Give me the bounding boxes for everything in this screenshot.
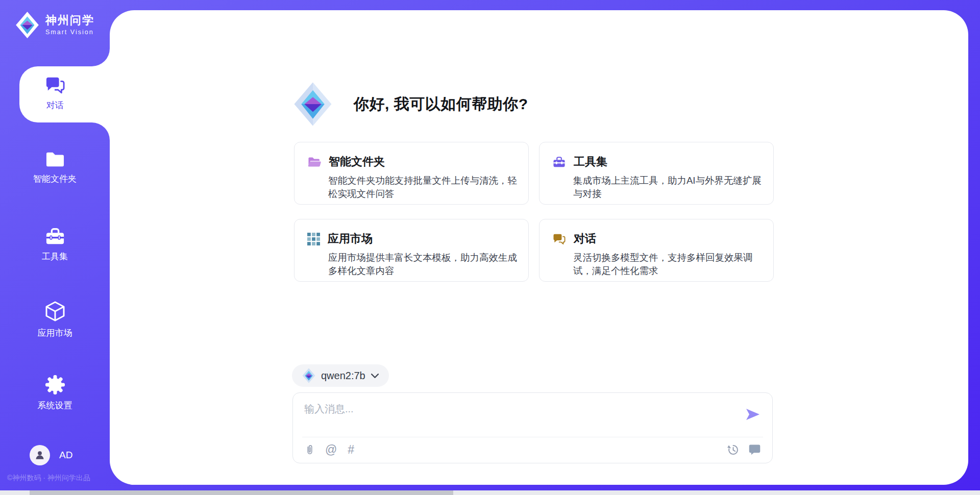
hashtag-button[interactable]: # <box>348 444 354 456</box>
message-input[interactable] <box>299 398 733 433</box>
send-button[interactable] <box>745 406 761 423</box>
copyright-text: ©神州数码 · 神州问学出品 <box>7 474 90 483</box>
brand-subtitle: Smart Vision <box>45 29 94 36</box>
history-button[interactable] <box>727 443 740 456</box>
attach-file-button[interactable] <box>305 443 314 456</box>
card-description: 智能文件夹功能支持批量文件上传与清洗，轻松实现文件问答 <box>328 174 517 201</box>
history-clock-icon <box>727 443 740 456</box>
card-description: 应用市场提供丰富长文本模板，助力高效生成多样化文章内容 <box>328 251 517 278</box>
sidebar-item-smart-folder[interactable]: 智能文件夹 <box>0 150 110 185</box>
user-name: AD <box>59 450 72 461</box>
sidebar-item-chat[interactable]: 对话 <box>0 76 110 111</box>
card-title: 应用市场 <box>328 231 373 246</box>
composer-toolbar-left: @ # <box>305 442 354 457</box>
composer-divider <box>302 437 763 437</box>
chat-icon <box>44 76 66 95</box>
feature-card-chat[interactable]: 对话 灵活切换多模型文件，支持多样回复效果调试，满足个性化需求 <box>539 219 774 282</box>
sidebar-item-app-market[interactable]: 应用市场 <box>0 300 110 339</box>
model-selector[interactable]: qwen2:7b <box>292 364 389 387</box>
sidebar: 神州问学 Smart Vision 对话 智能文件夹 <box>0 0 110 495</box>
person-icon <box>34 449 46 461</box>
folder-icon <box>44 150 66 168</box>
sidebar-item-toolset[interactable]: 工具集 <box>0 227 110 262</box>
model-name: qwen2:7b <box>321 370 365 382</box>
sidebar-item-label: 对话 <box>46 100 64 111</box>
main-content: 你好, 我可以如何帮助你? 智能文件夹 智能文件夹功能支持批量文件上传与清洗，轻… <box>0 0 980 495</box>
cube-icon <box>44 300 66 323</box>
message-composer: @ # <box>292 392 773 463</box>
sidebar-item-label: 智能文件夹 <box>33 173 77 185</box>
sidebar-item-label: 应用市场 <box>38 327 72 339</box>
chevron-down-icon <box>371 374 379 378</box>
app-window: 神州问学 Smart Vision 对话 智能文件夹 <box>0 0 980 495</box>
greeting-header: 你好, 我可以如何帮助你? <box>293 82 528 127</box>
card-description: 灵活切换多模型文件，支持多样回复效果调试，满足个性化需求 <box>573 251 762 278</box>
sidebar-item-label: 工具集 <box>42 251 68 262</box>
sidebar-item-label: 系统设置 <box>38 400 72 411</box>
toolbox-icon <box>44 227 66 246</box>
model-logo-icon <box>302 368 315 383</box>
toolbox-icon <box>552 156 566 168</box>
message-bubble-icon <box>748 443 761 456</box>
gear-icon <box>45 375 65 395</box>
assistant-logo-icon <box>293 82 332 127</box>
card-description: 集成市场上主流工具，助力AI与外界无缝扩展与对接 <box>573 174 762 201</box>
brand-logo: 神州问学 Smart Vision <box>15 11 94 39</box>
brand-name: 神州问学 <box>45 14 94 27</box>
brand-diamond-icon <box>15 11 39 39</box>
card-title: 工具集 <box>574 154 607 169</box>
chat-icon <box>552 233 566 245</box>
feature-card-smart-folder[interactable]: 智能文件夹 智能文件夹功能支持批量文件上传与清洗，轻松实现文件问答 <box>294 142 529 205</box>
composer-toolbar-right <box>727 442 761 457</box>
card-title: 智能文件夹 <box>329 154 385 169</box>
horizontal-scrollbar <box>0 490 980 495</box>
card-title: 对话 <box>574 231 596 246</box>
conversation-button[interactable] <box>748 443 761 456</box>
greeting-title: 你好, 我可以如何帮助你? <box>354 94 528 115</box>
mention-button[interactable]: @ <box>325 444 337 456</box>
feature-card-app-market[interactable]: 应用市场 应用市场提供丰富长文本模板，助力高效生成多样化文章内容 <box>294 219 529 282</box>
avatar <box>30 445 50 465</box>
grid-icon <box>307 233 320 245</box>
folder-open-icon <box>307 156 321 168</box>
send-icon <box>745 406 761 423</box>
sidebar-item-settings[interactable]: 系统设置 <box>0 375 110 411</box>
feature-card-toolset[interactable]: 工具集 集成市场上主流工具，助力AI与外界无缝扩展与对接 <box>539 142 774 205</box>
scrollbar-thumb[interactable] <box>30 490 453 495</box>
user-account[interactable]: AD <box>30 445 72 465</box>
paperclip-icon <box>305 443 314 456</box>
